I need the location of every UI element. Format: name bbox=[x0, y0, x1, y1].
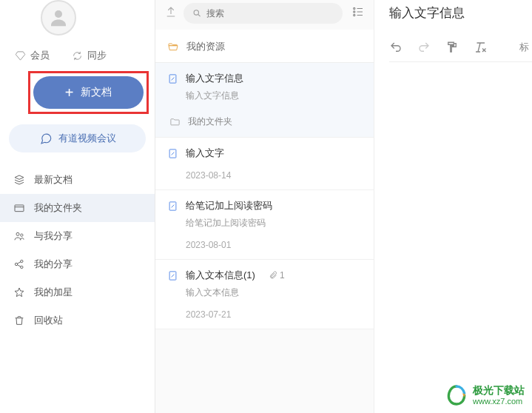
video-meeting-button[interactable]: 有道视频会议 bbox=[9, 124, 146, 152]
svg-point-3 bbox=[21, 234, 23, 236]
svg-rect-1 bbox=[15, 205, 24, 212]
doc-desc: 给笔记加上阅读密码 bbox=[186, 217, 362, 229]
chat-icon bbox=[39, 132, 53, 145]
new-document-button[interactable]: + 新文档 bbox=[33, 76, 144, 109]
list-view-icon bbox=[351, 5, 365, 19]
svg-point-4 bbox=[15, 263, 17, 265]
folder-icon bbox=[169, 116, 181, 127]
doc-title: 输入文字 bbox=[186, 147, 224, 160]
svg-point-10 bbox=[354, 14, 355, 16]
nav-label: 最新文档 bbox=[34, 173, 73, 187]
nav-list: 最新文档 我的文件夹 与我分享 我的分享 我的加星 回收站 bbox=[0, 166, 155, 335]
nav-label: 与我分享 bbox=[34, 229, 73, 243]
note-icon bbox=[167, 73, 178, 84]
avatar[interactable] bbox=[41, 0, 76, 36]
doc-desc: 输入文字信息 bbox=[186, 90, 362, 102]
view-toggle-button[interactable] bbox=[351, 5, 365, 21]
document-item[interactable]: 输入文字信息 输入文字信息 我的文件夹 bbox=[155, 63, 374, 138]
watermark-text-url: www.xz7.com bbox=[473, 397, 525, 406]
sidebar: 会员 同步 + 新文档 有道视频会议 最新文档 bbox=[0, 0, 155, 413]
breadcrumb[interactable]: 我的资源 bbox=[155, 30, 374, 63]
doc-title: 输入文字信息 bbox=[186, 72, 243, 85]
watermark: 极光下载站 www.xz7.com bbox=[445, 383, 525, 407]
folder-open-icon bbox=[167, 41, 179, 53]
undo-icon[interactable] bbox=[389, 41, 403, 54]
member-link[interactable]: 会员 bbox=[15, 49, 50, 62]
nav-trash[interactable]: 回收站 bbox=[0, 306, 155, 335]
document-list-panel: 我的资源 输入文字信息 输入文字信息 我的文件夹 输入文字 bbox=[155, 0, 374, 413]
note-icon bbox=[167, 270, 178, 281]
svg-point-5 bbox=[21, 260, 23, 262]
meeting-label: 有道视频会议 bbox=[58, 132, 116, 145]
nav-label: 我的加星 bbox=[34, 286, 73, 299]
tag-button[interactable]: 标 bbox=[519, 41, 529, 54]
new-doc-label: 新文档 bbox=[81, 86, 112, 99]
document-list: 输入文字信息 输入文字信息 我的文件夹 输入文字 2023-08-14 给 bbox=[155, 63, 374, 413]
note-icon bbox=[167, 148, 178, 159]
format-paint-icon[interactable] bbox=[445, 41, 459, 54]
crumb-label: 我的资源 bbox=[186, 40, 225, 53]
attach-count: 1 bbox=[280, 270, 285, 281]
editor-panel: 输入文字信息 标 bbox=[374, 0, 532, 413]
nav-my-shares[interactable]: 我的分享 bbox=[0, 250, 155, 278]
people-icon bbox=[13, 230, 25, 242]
nav-label: 我的分享 bbox=[34, 258, 73, 271]
doc-title: 输入文本信息(1) bbox=[186, 269, 255, 282]
highlight-annotation: + 新文档 bbox=[28, 71, 149, 114]
document-item[interactable]: 输入文字 2023-08-14 bbox=[155, 138, 374, 190]
watermark-text-cn: 极光下载站 bbox=[473, 384, 525, 397]
paperclip-icon bbox=[269, 271, 277, 280]
svg-point-7 bbox=[194, 10, 198, 15]
svg-point-2 bbox=[16, 232, 19, 235]
search-icon bbox=[192, 8, 202, 19]
search-field-wrapper[interactable] bbox=[183, 3, 343, 24]
sync-link[interactable]: 同步 bbox=[72, 49, 107, 62]
diamond-icon bbox=[15, 50, 26, 61]
doc-title: 给笔记加上阅读密码 bbox=[186, 199, 272, 212]
plus-icon: + bbox=[65, 84, 74, 101]
layers-icon bbox=[13, 174, 25, 186]
nav-label: 我的文件夹 bbox=[34, 201, 82, 215]
nav-starred[interactable]: 我的加星 bbox=[0, 278, 155, 306]
member-label: 会员 bbox=[30, 49, 50, 62]
clear-format-icon[interactable] bbox=[474, 41, 487, 54]
star-icon bbox=[13, 286, 25, 298]
svg-point-0 bbox=[55, 10, 62, 18]
doc-date: 2023-08-14 bbox=[186, 170, 362, 181]
folder-icon bbox=[13, 202, 25, 214]
document-item[interactable]: 输入文本信息(1) 1 输入文本信息 2023-07-21 bbox=[155, 260, 374, 329]
note-icon bbox=[167, 201, 178, 212]
sync-icon bbox=[72, 50, 83, 61]
redo-icon[interactable] bbox=[417, 41, 431, 54]
trash-icon bbox=[13, 315, 25, 326]
nav-shared-with-me[interactable]: 与我分享 bbox=[0, 222, 155, 250]
svg-point-6 bbox=[21, 266, 23, 268]
upload-icon bbox=[164, 5, 178, 19]
doc-date: 2023-08-01 bbox=[186, 240, 362, 250]
doc-desc: 输入文本信息 bbox=[186, 286, 362, 299]
watermark-logo-icon bbox=[445, 383, 468, 407]
subfolder-label: 我的文件夹 bbox=[188, 115, 232, 128]
sync-label: 同步 bbox=[87, 49, 107, 62]
share-icon bbox=[13, 258, 25, 270]
svg-point-9 bbox=[354, 11, 355, 13]
svg-point-8 bbox=[354, 7, 355, 9]
editor-toolbar: 标 bbox=[389, 41, 532, 62]
nav-label: 回收站 bbox=[34, 314, 63, 327]
search-input[interactable] bbox=[206, 8, 334, 19]
document-item[interactable]: 给笔记加上阅读密码 给笔记加上阅读密码 2023-08-01 bbox=[155, 190, 374, 260]
doc-date: 2023-07-21 bbox=[186, 309, 362, 320]
upload-button[interactable] bbox=[164, 5, 178, 21]
document-title[interactable]: 输入文字信息 bbox=[389, 0, 532, 41]
attachment-indicator: 1 bbox=[269, 270, 285, 281]
nav-my-folders[interactable]: 我的文件夹 bbox=[0, 194, 155, 222]
nav-recent[interactable]: 最新文档 bbox=[0, 166, 155, 194]
